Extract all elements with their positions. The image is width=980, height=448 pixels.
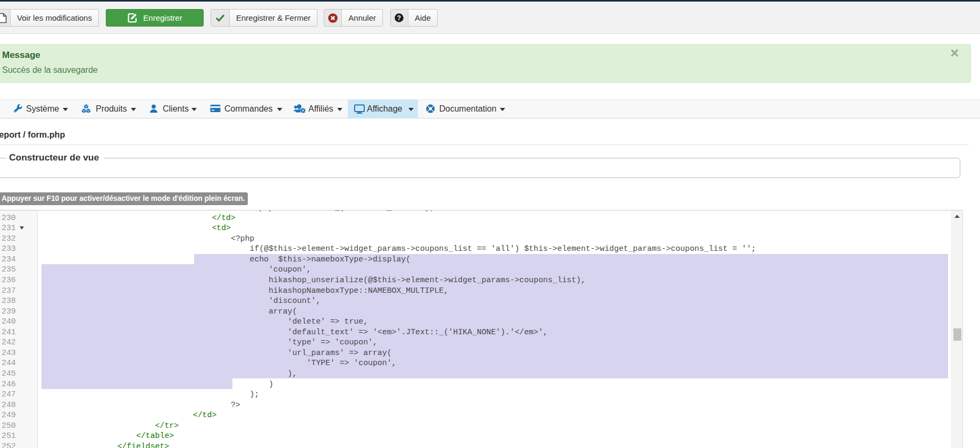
svg-text:?: ? [397, 14, 401, 22]
